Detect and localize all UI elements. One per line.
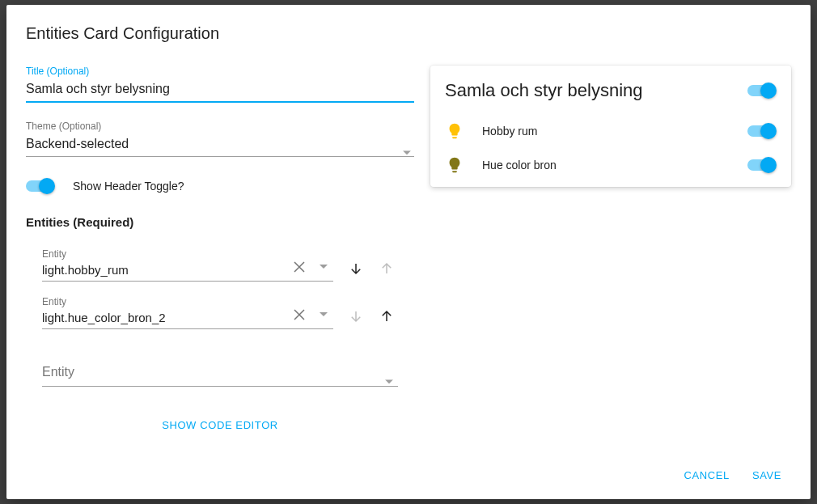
preview-pane: Samla och styr belysning Hobby rum: [430, 66, 791, 458]
title-input[interactable]: [26, 78, 414, 103]
cancel-button[interactable]: CANCEL: [681, 464, 733, 486]
dialog-actions: CANCEL SAVE: [26, 458, 791, 489]
dialog-title: Entities Card Configuration: [26, 24, 791, 43]
preview-row-name: Hobby rum: [482, 125, 747, 138]
preview-title: Samla och styr belysning: [445, 80, 643, 101]
lightbulb-icon: [445, 122, 464, 140]
chevron-down-icon[interactable]: [314, 305, 333, 324]
title-label: Title (Optional): [26, 66, 414, 77]
preview-row-toggle[interactable]: [747, 123, 777, 139]
preview-card: Samla och styr belysning Hobby rum: [430, 66, 791, 187]
move-up-button: [377, 259, 396, 278]
entity-row: Entity: [26, 296, 414, 329]
header-toggle-row: Show Header Toggle?: [26, 175, 414, 194]
entity-field: Entity: [42, 248, 333, 282]
theme-select[interactable]: Backend-selected: [26, 133, 414, 157]
header-toggle-switch[interactable]: [26, 178, 55, 194]
move-down-button: [346, 307, 366, 326]
title-field: Title (Optional): [26, 66, 414, 103]
config-dialog: Entities Card Configuration Title (Optio…: [6, 5, 811, 499]
save-button[interactable]: SAVE: [749, 464, 785, 486]
preview-row: Hue color bron: [445, 148, 777, 182]
show-code-editor: SHOW CODE EDITOR: [26, 417, 414, 432]
entity-field: Entity: [42, 296, 333, 329]
show-code-editor-button[interactable]: SHOW CODE EDITOR: [162, 419, 278, 431]
entities-heading: Entities (Required): [26, 215, 414, 229]
config-form: Title (Optional) Theme (Optional) Backen…: [26, 66, 414, 458]
entity-row: Entity: [26, 248, 414, 282]
move-up-button[interactable]: [377, 307, 396, 326]
theme-label: Theme (Optional): [26, 121, 414, 132]
dialog-content: Title (Optional) Theme (Optional) Backen…: [26, 66, 791, 458]
preview-row-toggle[interactable]: [747, 157, 777, 173]
lightbulb-icon: [445, 156, 464, 174]
chevron-down-icon[interactable]: [314, 257, 333, 277]
preview-row-name: Hue color bron: [482, 159, 747, 172]
preview-header-toggle[interactable]: [747, 83, 777, 99]
preview-header: Samla och styr belysning: [445, 80, 777, 101]
preview-row: Hobby rum: [445, 114, 777, 148]
theme-field: Theme (Optional) Backend-selected: [26, 121, 414, 157]
clear-icon[interactable]: [290, 305, 309, 324]
header-toggle-label: Show Header Toggle?: [73, 180, 184, 193]
theme-value: Backend-selected: [26, 133, 414, 157]
move-down-button[interactable]: [346, 259, 366, 278]
clear-icon[interactable]: [290, 257, 309, 277]
entity-placeholder: Entity: [42, 362, 398, 387]
entity-empty-field[interactable]: Entity: [26, 362, 398, 387]
